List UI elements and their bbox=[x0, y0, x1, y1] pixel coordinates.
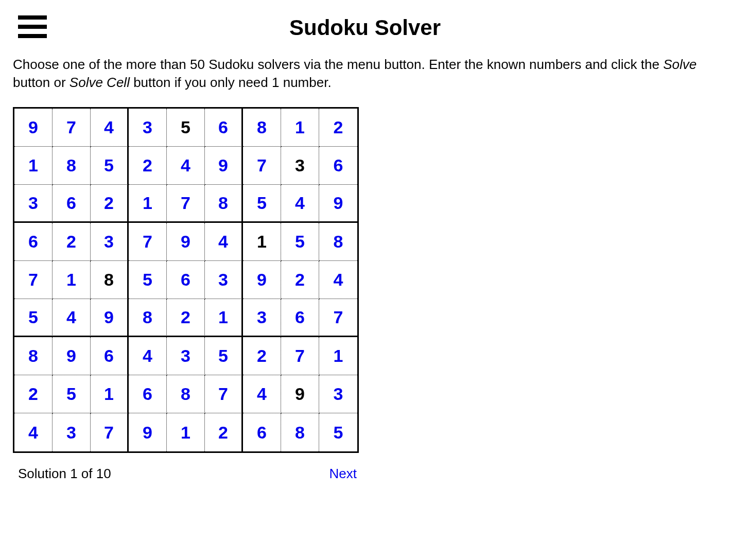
sudoku-cell[interactable]: 3 bbox=[53, 413, 91, 451]
sudoku-cell[interactable]: 4 bbox=[319, 261, 357, 299]
sudoku-cell[interactable]: 9 bbox=[243, 261, 281, 299]
sudoku-cell[interactable]: 7 bbox=[91, 413, 129, 451]
sudoku-cell[interactable]: 2 bbox=[91, 185, 129, 223]
sudoku-cell[interactable]: 4 bbox=[167, 147, 205, 185]
page-title: Sudoku Solver bbox=[10, 10, 720, 40]
sudoku-cell[interactable]: 5 bbox=[53, 375, 91, 413]
sudoku-cell[interactable]: 1 bbox=[53, 261, 91, 299]
sudoku-row: 185249736 bbox=[14, 147, 357, 185]
sudoku-cell[interactable]: 9 bbox=[167, 223, 205, 261]
sudoku-cell[interactable]: 9 bbox=[91, 299, 129, 337]
sudoku-cell[interactable]: 1 bbox=[129, 185, 167, 223]
sudoku-cell[interactable]: 6 bbox=[91, 337, 129, 375]
sudoku-cell[interactable]: 5 bbox=[319, 413, 357, 451]
sudoku-cell[interactable]: 2 bbox=[319, 109, 357, 147]
solution-counter: Solution 1 of 10 bbox=[18, 466, 111, 482]
sudoku-cell[interactable]: 1 bbox=[91, 375, 129, 413]
hamburger-menu-icon[interactable] bbox=[18, 15, 47, 38]
sudoku-cell[interactable]: 3 bbox=[167, 337, 205, 375]
sudoku-cell[interactable]: 7 bbox=[281, 337, 319, 375]
sudoku-row: 623794158 bbox=[14, 223, 357, 261]
sudoku-cell[interactable]: 1 bbox=[243, 223, 281, 261]
sudoku-cell[interactable]: 8 bbox=[281, 413, 319, 451]
sudoku-cell[interactable]: 6 bbox=[14, 223, 53, 261]
sudoku-cell[interactable]: 2 bbox=[14, 375, 53, 413]
sudoku-cell[interactable]: 6 bbox=[281, 299, 319, 337]
sudoku-cell[interactable]: 6 bbox=[53, 185, 91, 223]
instructions-text: Choose one of the more than 50 Sudoku so… bbox=[10, 56, 720, 92]
sudoku-cell[interactable]: 9 bbox=[319, 185, 357, 223]
sudoku-cell[interactable]: 3 bbox=[281, 147, 319, 185]
instructions-part1: Choose one of the more than 50 Sudoku so… bbox=[13, 57, 663, 72]
sudoku-cell[interactable]: 8 bbox=[243, 109, 281, 147]
sudoku-cell[interactable]: 2 bbox=[129, 147, 167, 185]
sudoku-cell[interactable]: 7 bbox=[53, 109, 91, 147]
sudoku-cell[interactable]: 8 bbox=[167, 375, 205, 413]
sudoku-cell[interactable]: 2 bbox=[281, 261, 319, 299]
sudoku-cell[interactable]: 6 bbox=[319, 147, 357, 185]
sudoku-cell[interactable]: 9 bbox=[129, 413, 167, 451]
sudoku-cell[interactable]: 8 bbox=[53, 147, 91, 185]
sudoku-cell[interactable]: 7 bbox=[319, 299, 357, 337]
sudoku-cell[interactable]: 2 bbox=[243, 337, 281, 375]
sudoku-cell[interactable]: 5 bbox=[243, 185, 281, 223]
sudoku-cell[interactable]: 5 bbox=[205, 337, 243, 375]
sudoku-cell[interactable]: 1 bbox=[14, 147, 53, 185]
sudoku-cell[interactable]: 5 bbox=[129, 261, 167, 299]
instructions-solve-cell: Solve Cell bbox=[69, 75, 130, 90]
sudoku-row: 437912685 bbox=[14, 413, 357, 451]
next-link[interactable]: Next bbox=[329, 466, 357, 482]
sudoku-cell[interactable]: 4 bbox=[91, 109, 129, 147]
sudoku-cell[interactable]: 5 bbox=[14, 299, 53, 337]
sudoku-cell[interactable]: 1 bbox=[281, 109, 319, 147]
sudoku-cell[interactable]: 3 bbox=[319, 375, 357, 413]
sudoku-cell[interactable]: 3 bbox=[129, 109, 167, 147]
sudoku-cell[interactable]: 9 bbox=[14, 109, 53, 147]
sudoku-cell[interactable]: 8 bbox=[205, 185, 243, 223]
sudoku-cell[interactable]: 4 bbox=[281, 185, 319, 223]
sudoku-cell[interactable]: 4 bbox=[205, 223, 243, 261]
sudoku-cell[interactable]: 9 bbox=[281, 375, 319, 413]
solution-footer: Solution 1 of 10 Next bbox=[13, 466, 362, 482]
sudoku-cell[interactable]: 1 bbox=[205, 299, 243, 337]
sudoku-cell[interactable]: 6 bbox=[205, 109, 243, 147]
sudoku-cell[interactable]: 4 bbox=[53, 299, 91, 337]
sudoku-cell[interactable]: 4 bbox=[129, 337, 167, 375]
sudoku-cell[interactable]: 7 bbox=[167, 185, 205, 223]
sudoku-cell[interactable]: 4 bbox=[14, 413, 53, 451]
sudoku-row: 974356812 bbox=[14, 109, 357, 147]
sudoku-cell[interactable]: 3 bbox=[243, 299, 281, 337]
sudoku-cell[interactable]: 7 bbox=[14, 261, 53, 299]
sudoku-cell[interactable]: 7 bbox=[243, 147, 281, 185]
sudoku-row: 362178549 bbox=[14, 185, 357, 223]
sudoku-cell[interactable]: 8 bbox=[319, 223, 357, 261]
sudoku-cell[interactable]: 2 bbox=[53, 223, 91, 261]
sudoku-cell[interactable]: 1 bbox=[319, 337, 357, 375]
sudoku-cell[interactable]: 2 bbox=[205, 413, 243, 451]
sudoku-cell[interactable]: 1 bbox=[167, 413, 205, 451]
sudoku-cell[interactable]: 3 bbox=[205, 261, 243, 299]
header: Sudoku Solver bbox=[10, 10, 720, 40]
sudoku-cell[interactable]: 7 bbox=[205, 375, 243, 413]
instructions-solve: Solve bbox=[663, 57, 697, 72]
sudoku-cell[interactable]: 8 bbox=[91, 261, 129, 299]
sudoku-cell[interactable]: 6 bbox=[129, 375, 167, 413]
sudoku-cell[interactable]: 5 bbox=[167, 109, 205, 147]
instructions-part3: button if you only need 1 number. bbox=[130, 75, 332, 90]
sudoku-cell[interactable]: 3 bbox=[14, 185, 53, 223]
sudoku-container: 9743568121852497363621785496237941587185… bbox=[10, 107, 720, 482]
sudoku-grid: 9743568121852497363621785496237941587185… bbox=[13, 107, 359, 453]
sudoku-cell[interactable]: 6 bbox=[243, 413, 281, 451]
sudoku-cell[interactable]: 3 bbox=[91, 223, 129, 261]
instructions-part2: button or bbox=[13, 75, 69, 90]
sudoku-cell[interactable]: 5 bbox=[281, 223, 319, 261]
sudoku-cell[interactable]: 7 bbox=[129, 223, 167, 261]
sudoku-cell[interactable]: 6 bbox=[167, 261, 205, 299]
sudoku-cell[interactable]: 5 bbox=[91, 147, 129, 185]
sudoku-cell[interactable]: 4 bbox=[243, 375, 281, 413]
sudoku-cell[interactable]: 9 bbox=[205, 147, 243, 185]
sudoku-cell[interactable]: 9 bbox=[53, 337, 91, 375]
sudoku-cell[interactable]: 8 bbox=[129, 299, 167, 337]
sudoku-cell[interactable]: 2 bbox=[167, 299, 205, 337]
sudoku-cell[interactable]: 8 bbox=[14, 337, 53, 375]
